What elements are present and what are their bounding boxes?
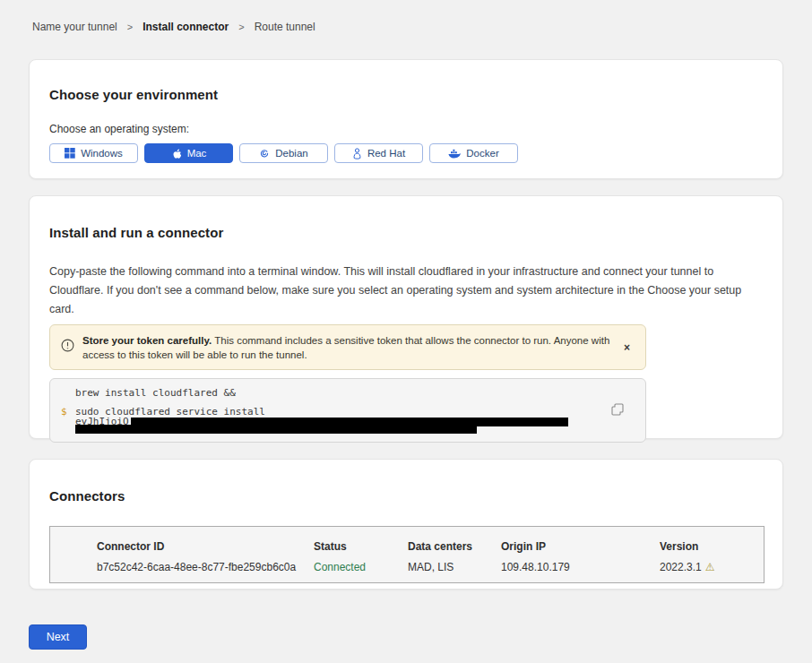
col-header-version: Version: [660, 540, 764, 553]
breadcrumb-install-connector[interactable]: Install connector: [143, 21, 229, 33]
breadcrumb: Name your tunnel > Install connector > R…: [32, 21, 315, 33]
connectors-card: Connectors Connector ID Status Data cent…: [29, 459, 783, 590]
connectors-table: Connector ID Status Data centers Origin …: [49, 526, 764, 583]
token-warning-text: Store your token carefully. This command…: [82, 332, 611, 362]
install-card-title: Install and run a connector: [49, 225, 763, 240]
install-connector-card: Install and run a connector Copy-paste t…: [29, 195, 783, 439]
os-button-label: Red Hat: [367, 148, 405, 159]
version-value: 2022.3.1: [660, 561, 702, 573]
tunnel-setup-page: Name your tunnel > Install connector > R…: [0, 0, 812, 663]
status-badge: Connected: [314, 561, 408, 573]
code-line-brew: brew install cloudflared &&: [75, 387, 236, 399]
redhat-icon: [352, 148, 362, 159]
environment-card-title: Choose your environment: [49, 87, 763, 102]
breadcrumb-route-tunnel[interactable]: Route tunnel: [255, 21, 315, 33]
cell-origin-ip: 109.48.10.179: [501, 561, 660, 573]
os-button-label: Mac: [187, 148, 207, 159]
shell-prompt: $: [61, 406, 67, 418]
breadcrumb-separator: >: [238, 22, 244, 32]
col-header-origin-ip: Origin IP: [501, 540, 660, 553]
os-button-redhat[interactable]: Red Hat: [334, 143, 423, 163]
alert-circle-icon: [61, 339, 74, 356]
os-button-debian[interactable]: Debian: [239, 143, 328, 163]
connectors-table-grid: Connector ID Status Data centers Origin …: [97, 540, 764, 573]
token-warning-banner: Store your token carefully. This command…: [49, 324, 646, 370]
token-warning-title: Store your token carefully.: [82, 335, 212, 346]
next-button[interactable]: Next: [29, 624, 87, 650]
col-header-status: Status: [314, 540, 408, 553]
debian-icon: [259, 148, 270, 159]
install-command-codeblock: brew install cloudflared && $ sudo cloud…: [49, 378, 646, 443]
windows-icon: [65, 148, 75, 159]
environment-card: Choose your environment Choose an operat…: [29, 59, 783, 179]
docker-icon: [448, 149, 461, 159]
os-button-windows[interactable]: Windows: [49, 143, 138, 163]
breadcrumb-separator: >: [127, 22, 133, 32]
os-button-label: Debian: [275, 148, 307, 159]
close-icon[interactable]: ×: [619, 340, 635, 355]
os-button-mac[interactable]: Mac: [144, 143, 233, 163]
os-select-label: Choose an operating system:: [49, 123, 763, 135]
cell-data-centers: MAD, LIS: [408, 561, 501, 573]
col-header-data-centers: Data centers: [408, 540, 501, 553]
warning-triangle-icon: ⚠: [705, 562, 715, 573]
cell-version: 2022.3.1⚠: [660, 561, 764, 573]
os-button-docker[interactable]: Docker: [429, 143, 518, 163]
redacted-token-bar: [75, 425, 477, 434]
cell-connector-id: b7c52c42-6caa-48ee-8c77-fbe259cb6c0a: [97, 561, 314, 573]
apple-icon: [171, 148, 182, 159]
breadcrumb-name-your-tunnel[interactable]: Name your tunnel: [32, 21, 117, 33]
os-button-group: Windows Mac Debian: [49, 143, 763, 163]
install-description: Copy-paste the following command into a …: [49, 263, 763, 319]
connectors-card-title: Connectors: [49, 488, 763, 504]
col-header-connector-id: Connector ID: [97, 540, 314, 553]
os-button-label: Docker: [466, 148, 498, 159]
os-button-label: Windows: [81, 148, 123, 159]
copy-icon[interactable]: [611, 403, 624, 416]
